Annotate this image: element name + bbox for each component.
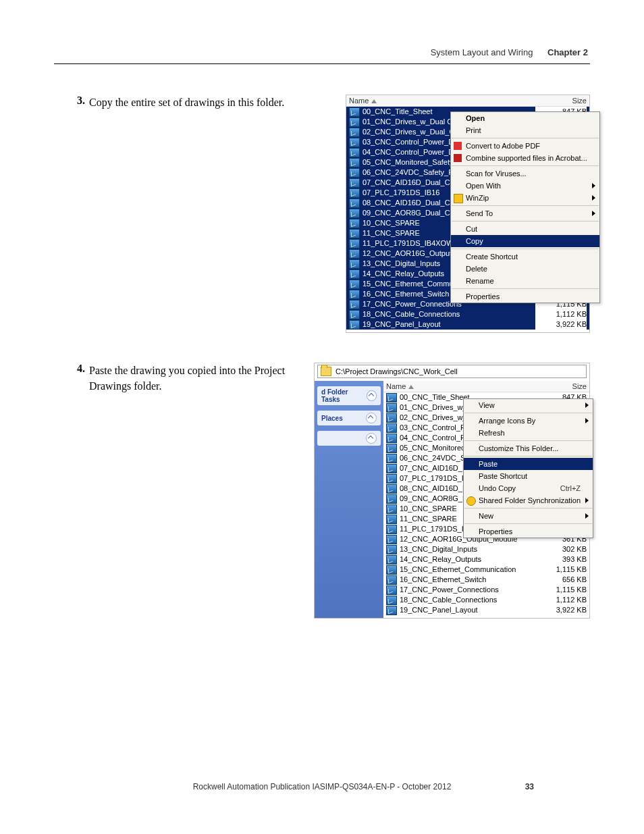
menu-open[interactable]: Open bbox=[451, 112, 599, 124]
chevron-icon bbox=[367, 390, 377, 401]
file-size: 1,112 KB bbox=[535, 595, 587, 605]
drawing-file-icon bbox=[386, 434, 397, 443]
file-size: 1,115 KB bbox=[535, 585, 587, 595]
menu-delete[interactable]: Delete bbox=[451, 263, 599, 275]
menu-scan-viruses[interactable]: Scan for Viruses... bbox=[451, 167, 599, 180]
menu-shared-sync[interactable]: Shared Folder Synchronization bbox=[464, 494, 593, 506]
menu-paste-shortcut[interactable]: Paste Shortcut bbox=[464, 470, 593, 482]
task-folder[interactable]: d Folder Tasks bbox=[317, 386, 381, 405]
address-bar[interactable]: C:\Project Drawings\CNC_Work_Cell bbox=[317, 365, 587, 378]
file-name: 13_CNC_Digital_Inputs bbox=[400, 544, 535, 554]
menu-properties[interactable]: Properties bbox=[464, 525, 593, 538]
col-name[interactable]: Name bbox=[386, 382, 539, 390]
menu-paste[interactable]: Paste bbox=[464, 458, 593, 470]
menu-refresh[interactable]: Refresh bbox=[464, 427, 593, 439]
sync-icon bbox=[466, 496, 476, 506]
menu-print[interactable]: Print bbox=[451, 124, 599, 136]
menu-copy[interactable]: Copy bbox=[451, 235, 599, 247]
table-row[interactable]: 13_CNC_Digital_Inputs302 KB bbox=[383, 544, 589, 554]
drawing-file-icon bbox=[386, 484, 397, 494]
task-places[interactable]: Places bbox=[317, 411, 381, 425]
file-size: 3,922 KB bbox=[535, 605, 587, 615]
menu-arrange[interactable]: Arrange Icons By bbox=[464, 415, 593, 427]
drawing-file-icon bbox=[349, 138, 360, 147]
table-row[interactable]: 18_CNC_Cable_Connections1,112 KB bbox=[383, 595, 589, 605]
table-row[interactable]: 16_CNC_Ethernet_Switch656 KB bbox=[383, 575, 589, 585]
header-rule bbox=[54, 63, 590, 64]
table-row[interactable]: 19_CNC_Panel_Layout3,922 KB bbox=[346, 319, 589, 330]
column-headers: Name Size bbox=[383, 381, 589, 392]
table-row[interactable]: 15_CNC_Ethernet_Communication1,115 KB bbox=[383, 565, 589, 575]
table-row[interactable]: 18_CNC_Cable_Connections1,112 KB bbox=[346, 309, 589, 319]
table-row[interactable]: 17_CNC_Power_Connections1,115 KB bbox=[383, 585, 589, 595]
drawing-file-icon bbox=[386, 474, 397, 484]
menu-convert-pdf[interactable]: Convert to Adobe PDF bbox=[451, 140, 599, 152]
file-name: 19_CNC_Panel_Layout bbox=[363, 319, 535, 330]
drawing-file-icon bbox=[386, 535, 397, 544]
drawing-file-icon bbox=[386, 464, 397, 473]
drawing-file-icon bbox=[349, 269, 360, 279]
step-4-number: 4. bbox=[62, 363, 89, 375]
sort-arrow-icon bbox=[371, 99, 377, 103]
section-name: System Layout and Wiring bbox=[431, 47, 533, 57]
menu-undo-copy[interactable]: Undo Copy Ctrl+Z bbox=[464, 482, 593, 494]
step-3-text: Copy the entire set of drawings in this … bbox=[89, 95, 336, 110]
menu-cut[interactable]: Cut bbox=[451, 223, 599, 235]
menu-winzip[interactable]: WinZip bbox=[451, 192, 599, 204]
context-menu-copy[interactable]: Open Print Convert to Adobe PDF Combine … bbox=[450, 111, 600, 303]
drawing-file-icon bbox=[386, 555, 397, 565]
drawing-file-icon bbox=[349, 209, 360, 218]
winzip-icon bbox=[454, 194, 463, 203]
context-menu-paste[interactable]: View Arrange Icons By Refresh Customize … bbox=[463, 398, 593, 538]
menu-rename[interactable]: Rename bbox=[451, 275, 599, 287]
pdf-icon bbox=[454, 142, 462, 150]
publication-id: Rockwell Automation Publication IASIMP-Q… bbox=[193, 782, 402, 791]
file-size: 1,112 KB bbox=[535, 309, 587, 319]
column-headers: Name Size bbox=[346, 95, 589, 107]
drawing-file-icon bbox=[349, 239, 360, 249]
file-name: 19_CNC_Panel_Layout bbox=[400, 605, 535, 615]
menu-create-shortcut[interactable]: Create Shortcut bbox=[451, 251, 599, 263]
col-size[interactable]: Size bbox=[539, 97, 587, 105]
table-row[interactable]: 19_CNC_Panel_Layout3,922 KB bbox=[383, 605, 589, 615]
drawing-file-icon bbox=[349, 168, 360, 178]
drawing-file-icon bbox=[349, 107, 360, 117]
figure-paste-explorer: C:\Project Drawings\CNC_Work_Cell d Fold… bbox=[314, 363, 590, 619]
menu-properties[interactable]: Properties bbox=[451, 290, 599, 303]
drawing-file-icon bbox=[386, 545, 397, 554]
file-size: 656 KB bbox=[535, 575, 587, 585]
page-footer: Rockwell Automation Publication IASIMP-Q… bbox=[54, 782, 590, 791]
drawing-file-icon bbox=[349, 148, 360, 157]
page-number: 33 bbox=[525, 782, 534, 791]
drawing-file-icon bbox=[386, 393, 397, 402]
drawing-file-icon bbox=[349, 158, 360, 167]
file-name: 18_CNC_Cable_Connections bbox=[363, 309, 535, 319]
drawing-file-icon bbox=[349, 128, 360, 137]
drawing-file-icon bbox=[349, 219, 360, 228]
task-blank[interactable] bbox=[317, 431, 381, 446]
drawing-file-icon bbox=[386, 575, 397, 585]
file-size: 3,922 KB bbox=[535, 319, 587, 330]
drawing-file-icon bbox=[386, 444, 397, 453]
menu-combine-acrobat[interactable]: Combine supported files in Acrobat... bbox=[451, 152, 599, 164]
side-panel: d Folder Tasks Places bbox=[315, 381, 383, 618]
drawing-file-icon bbox=[386, 515, 397, 524]
drawing-file-icon bbox=[349, 280, 360, 289]
drawing-file-icon bbox=[349, 229, 360, 238]
chevron-icon bbox=[366, 413, 377, 423]
menu-customize[interactable]: Customize This Folder... bbox=[464, 442, 593, 454]
chapter-label: Chapter 2 bbox=[547, 47, 588, 57]
step-4-text: Paste the drawing you copied into the Pr… bbox=[89, 363, 298, 394]
menu-open-with[interactable]: Open With bbox=[451, 180, 599, 192]
step-3-number: 3. bbox=[62, 95, 89, 107]
menu-new[interactable]: New bbox=[464, 510, 593, 522]
menu-send-to[interactable]: Send To bbox=[451, 207, 599, 219]
menu-view[interactable]: View bbox=[464, 399, 593, 411]
col-size[interactable]: Size bbox=[539, 382, 587, 390]
sort-arrow-icon bbox=[408, 385, 414, 389]
file-size: 393 KB bbox=[535, 554, 587, 565]
drawing-file-icon bbox=[386, 494, 397, 504]
col-name[interactable]: Name bbox=[349, 97, 539, 105]
table-row[interactable]: 14_CNC_Relay_Outputs393 KB bbox=[383, 554, 589, 565]
file-name: 15_CNC_Ethernet_Communication bbox=[400, 565, 535, 575]
